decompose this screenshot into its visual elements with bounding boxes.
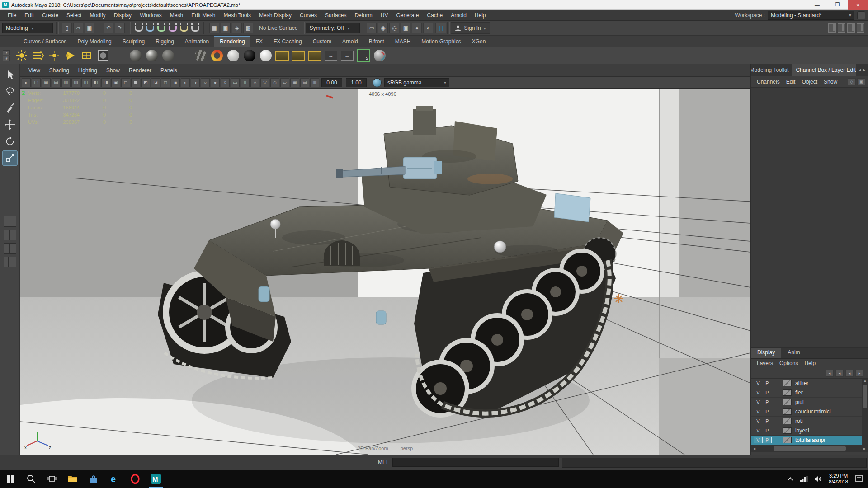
render-icon[interactable]: ◐ <box>423 23 433 33</box>
panel-menu-item[interactable]: Renderer <box>125 67 156 74</box>
panel-toolbar-icon[interactable]: ◊ <box>221 78 230 87</box>
minimize-button[interactable]: — <box>807 0 827 10</box>
layer-type-icon[interactable] <box>783 427 792 434</box>
menu-item[interactable]: Arnold <box>447 10 471 21</box>
layer-playback-toggle[interactable]: P <box>763 390 772 395</box>
sign-in-button[interactable]: Sign In ▾ <box>451 22 490 34</box>
menu-item[interactable]: Edit Mesh <box>187 10 219 21</box>
store-button[interactable] <box>83 470 104 488</box>
layer-type-icon[interactable] <box>783 389 792 396</box>
panel-toolbar-icon[interactable]: ○ <box>201 78 210 87</box>
scroll-left-icon[interactable]: ◄ <box>752 446 756 451</box>
menu-item[interactable]: Mesh <box>166 10 187 21</box>
undo-redo-icon[interactable]: ↶ <box>104 23 113 33</box>
layer-visibility-toggle[interactable]: V <box>754 390 763 395</box>
snap-curve-icon[interactable] <box>146 26 154 32</box>
layer-list-hscrollbar[interactable]: ◄ ► <box>751 445 868 452</box>
panel-toolbar-icon[interactable]: ▣ <box>111 78 120 87</box>
layer-playback-toggle[interactable]: P <box>763 418 772 424</box>
import-shading-icon[interactable]: ← <box>340 48 354 63</box>
menu-item[interactable]: Deform <box>350 10 376 21</box>
volume-icon[interactable] <box>814 476 822 482</box>
layer-type-icon[interactable] <box>783 399 792 405</box>
close-button[interactable]: × <box>848 0 868 10</box>
command-line-input[interactable] <box>392 458 559 467</box>
layer-type-icon[interactable] <box>783 408 792 415</box>
select-tool[interactable] <box>2 67 18 82</box>
panel-toolbar-icon[interactable]: ▸ <box>22 78 31 87</box>
snap-live-icon[interactable] <box>191 26 199 32</box>
scale-tool[interactable] <box>2 150 18 166</box>
panel-toolbar-icon[interactable]: □ <box>161 78 170 87</box>
selected-shading-group-icon[interactable]: S <box>356 48 371 63</box>
panel-menu-item[interactable]: Show <box>102 67 124 74</box>
layer-visibility-toggle[interactable]: V <box>754 428 763 433</box>
shelf-tab[interactable]: MASH <box>390 37 416 47</box>
color-wheel-icon[interactable] <box>210 48 224 63</box>
edge-button[interactable]: e <box>104 470 125 488</box>
menu-item[interactable]: Help <box>471 10 490 21</box>
utility-node2-icon[interactable] <box>291 48 306 63</box>
shaderfx-sphere-icon[interactable] <box>373 48 387 63</box>
menu-item[interactable]: File <box>4 10 20 21</box>
panel-menu-item[interactable]: View <box>24 67 44 74</box>
snap-view-plane-icon[interactable] <box>180 26 188 32</box>
panel-toolbar-icon[interactable]: ▥ <box>61 78 71 87</box>
menu-item[interactable]: Surfaces <box>321 10 350 21</box>
panel-toolbar-icon[interactable]: ◼ <box>131 78 140 87</box>
menu-item[interactable]: Curves <box>296 10 321 21</box>
opera-button[interactable] <box>125 470 146 488</box>
layer-playback-toggle[interactable]: P <box>763 437 772 443</box>
pause-button[interactable] <box>435 23 446 33</box>
use-background-icon[interactable] <box>259 48 273 63</box>
layer-row[interactable]: V P altfier <box>751 379 868 388</box>
panel-toolbar-icon[interactable]: ▢ <box>32 78 41 87</box>
layer-visibility-toggle[interactable]: V <box>754 409 763 414</box>
phong-material-icon[interactable] <box>177 48 192 63</box>
layer-name[interactable]: layer1 <box>795 427 810 434</box>
layer-row[interactable]: V P fier <box>751 388 868 398</box>
command-line-mode[interactable]: MEL <box>378 459 389 465</box>
channel-box-menu-item[interactable]: Object <box>798 79 821 85</box>
menu-item[interactable]: Modify <box>85 10 109 21</box>
menu-item[interactable]: Select <box>62 10 85 21</box>
export-shading-icon[interactable]: → <box>324 48 338 63</box>
lasso-tool[interactable] <box>2 84 18 99</box>
layer-row[interactable]: V P cauciucrotimici <box>751 407 868 417</box>
layer-visibility-toggle[interactable]: V <box>754 399 763 405</box>
panel-toolbar-icon[interactable]: ▱ <box>280 78 289 87</box>
layer-visibility-toggle[interactable]: V <box>754 418 763 424</box>
scroll-up-icon[interactable]: ▲ <box>863 379 867 383</box>
search-button[interactable] <box>21 470 42 488</box>
menu-item[interactable]: Create <box>38 10 62 21</box>
utility-node3-icon[interactable] <box>307 48 322 63</box>
vscroll-thumb[interactable] <box>863 385 867 408</box>
workspace-gear-icon[interactable] <box>857 11 865 19</box>
spot-light-icon[interactable] <box>63 48 78 63</box>
tab-scroll-left-icon[interactable]: ◄ <box>858 68 862 72</box>
construction-history-icon[interactable]: ▦ <box>209 23 219 33</box>
menu-item[interactable]: Windows <box>136 10 166 21</box>
panel-toolbar-icon[interactable]: ◇ <box>270 78 279 87</box>
shelf-tab[interactable]: XGen <box>467 37 491 47</box>
panel-toolbar-icon[interactable]: ▯ <box>241 78 250 87</box>
shelf-tab[interactable]: Poly Modeling <box>72 37 117 47</box>
task-view-button[interactable] <box>42 470 62 488</box>
file-op-icon[interactable]: ▯ <box>62 23 72 33</box>
file-op-icon[interactable]: ▣ <box>85 23 94 33</box>
panel-toolbar-icon[interactable]: ◪ <box>151 78 160 87</box>
snap-grid-icon[interactable] <box>135 26 143 32</box>
construction-history-icon[interactable]: ▩ <box>243 23 253 33</box>
menu-item[interactable]: Display <box>110 10 136 21</box>
render-icon[interactable]: ◉ <box>378 23 388 33</box>
panel-toolbar-icon[interactable]: ▭ <box>231 78 240 87</box>
menu-item[interactable]: Generate <box>392 10 423 21</box>
surface-shader-icon[interactable] <box>226 48 241 63</box>
shelf-tab[interactable]: Arnold <box>337 37 363 47</box>
panel-toolbar-icon[interactable]: ▤ <box>52 78 61 87</box>
panel-toolbar-icon[interactable]: ■ <box>171 78 180 87</box>
panel-toolbar-icon[interactable]: ◐ <box>181 78 190 87</box>
panel-toolbar-icon[interactable]: ▦ <box>42 78 51 87</box>
layer-type-icon[interactable] <box>783 418 792 424</box>
construction-history-icon[interactable]: ◈ <box>232 23 242 33</box>
